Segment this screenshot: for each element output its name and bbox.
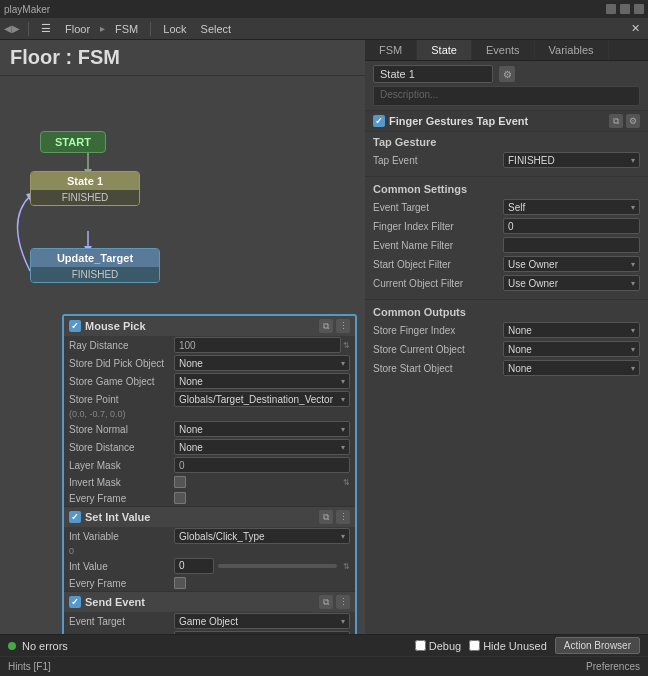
start-state-node[interactable]: START [40, 131, 106, 153]
status-dot [8, 642, 16, 650]
cs-current-obj-label: Current Object Filter [373, 278, 503, 289]
preferences-label[interactable]: Preferences [586, 661, 640, 672]
store-game-object-value[interactable]: None ▾ [174, 373, 350, 389]
state-gear-button[interactable]: ⚙ [499, 66, 515, 82]
invert-mask-checkbox[interactable] [174, 476, 186, 488]
common-settings-title: Common Settings [373, 183, 640, 195]
hide-unused-checkbox[interactable] [469, 640, 480, 651]
mouse-pick-header[interactable]: ✓ Mouse Pick ⧉ ⋮ [64, 316, 355, 336]
toolbar: ◀▶ ☰ Floor ▸ FSM Lock Select ✕ [0, 18, 648, 40]
start-node-label: START [55, 136, 91, 148]
every-frame-2-checkbox[interactable] [174, 577, 186, 589]
fsm-canvas[interactable]: START State 1 FINISHED Update_Target FIN… [0, 76, 365, 634]
mouse-pick-label: Mouse Pick [85, 320, 146, 332]
close-button[interactable] [634, 4, 644, 14]
action-browser-button[interactable]: Action Browser [555, 637, 640, 654]
state1-node[interactable]: State 1 FINISHED [30, 171, 140, 206]
cs-finger-index-value[interactable]: 0 [503, 218, 640, 234]
co-current-obj-value[interactable]: None ▾ [503, 341, 640, 357]
nav-arrows[interactable]: ◀▶ [4, 23, 20, 34]
set-int-header[interactable]: ✓ Set Int Value ⧉ ⋮ [64, 507, 355, 527]
fsm-title: Floor : FSM [0, 40, 365, 76]
tab-events[interactable]: Events [472, 40, 535, 60]
update-target-node[interactable]: Update_Target FINISHED [30, 248, 160, 283]
layer-mask-value[interactable]: 0 [174, 457, 350, 473]
send-event-menu-btn[interactable]: ⋮ [336, 595, 350, 609]
toolbar-fsm[interactable]: FSM [111, 21, 142, 37]
co-start-obj-value[interactable]: None ▾ [503, 360, 640, 376]
dropdown-arrow-1: ▾ [341, 359, 345, 368]
hints-label[interactable]: Hints [F1] [8, 661, 51, 672]
mouse-pick-menu-btn[interactable]: ⋮ [336, 319, 350, 333]
cs-event-target-value[interactable]: Self ▾ [503, 199, 640, 215]
every-frame-2-row: Every Frame [64, 575, 355, 591]
store-point-row: Store Point Globals/Target_Destination_V… [64, 390, 355, 408]
store-distance-row: Store Distance None ▾ [64, 438, 355, 456]
store-normal-value[interactable]: None ▾ [174, 421, 350, 437]
send-event-checkbox[interactable]: ✓ [69, 596, 81, 608]
int-value-input[interactable]: 0 [174, 558, 214, 574]
fg-copy-btn[interactable]: ⧉ [609, 114, 623, 128]
mouse-pick-checkbox[interactable]: ✓ [69, 320, 81, 332]
toolbar-floor[interactable]: Floor [61, 21, 94, 37]
store-distance-value[interactable]: None ▾ [174, 439, 350, 455]
int-value-slider[interactable] [218, 564, 337, 568]
state-name-field[interactable]: State 1 [373, 65, 493, 83]
int-variable-value[interactable]: Globals/Click_Type ▾ [174, 528, 350, 544]
minimize-button[interactable] [606, 4, 616, 14]
set-int-checkbox[interactable]: ✓ [69, 511, 81, 523]
ray-distance-value[interactable]: 100 [174, 337, 341, 353]
tap-event-value[interactable]: FINISHED ▾ [503, 152, 640, 168]
set-int-menu-btn[interactable]: ⋮ [336, 510, 350, 524]
cs-start-obj-row: Start Object Filter Use Owner ▾ [373, 255, 640, 273]
co-finger-index-value[interactable]: None ▾ [503, 322, 640, 338]
hide-unused-label[interactable]: Hide Unused [469, 640, 547, 652]
right-panel: FSM State Events Variables State 1 ⚙ Des… [365, 40, 648, 634]
tab-fsm[interactable]: FSM [365, 40, 417, 60]
store-point-value[interactable]: Globals/Target_Destination_Vector ▾ [174, 391, 350, 407]
cs-event-target-label: Event Target [373, 202, 503, 213]
common-settings-section: Common Settings Event Target Self ▾ Fing… [365, 179, 648, 297]
debug-label[interactable]: Debug [415, 640, 461, 652]
every-frame-1-row: Every Frame [64, 490, 355, 506]
mouse-pick-title-area: ✓ Mouse Pick [69, 320, 146, 332]
set-int-copy-btn[interactable]: ⧉ [319, 510, 333, 524]
tap-event-label: Tap Event [373, 155, 503, 166]
common-outputs-title: Common Outputs [373, 306, 640, 318]
cs-current-obj-row: Current Object Filter Use Owner ▾ [373, 274, 640, 292]
send-event-header[interactable]: ✓ Send Event ⧉ ⋮ [64, 592, 355, 612]
co-finger-index-label: Store Finger Index [373, 325, 503, 336]
maximize-button[interactable] [620, 4, 630, 14]
cs-start-obj-value[interactable]: Use Owner ▾ [503, 256, 640, 272]
set-int-title-area: ✓ Set Int Value [69, 511, 150, 523]
cs-arrow-1: ▾ [631, 203, 635, 212]
send-event-copy-btn[interactable]: ⧉ [319, 595, 333, 609]
description-field[interactable]: Description... [373, 86, 640, 106]
int-scroll-icon: ⇅ [343, 562, 350, 571]
tab-variables[interactable]: Variables [535, 40, 609, 60]
gameobject-value[interactable]: Specify Game Object ▾ [174, 631, 350, 634]
dropdown-arrow-2: ▾ [341, 377, 345, 386]
event-target-row: Event Target Game Object ▾ [64, 612, 355, 630]
action-section-title: ✓ Finger Gestures Tap Event [373, 115, 528, 127]
event-target-value[interactable]: Game Object ▾ [174, 613, 350, 629]
right-scroll-area[interactable]: Tap Gesture Tap Event FINISHED ▾ Common … [365, 132, 648, 634]
store-did-pick-value[interactable]: None ▾ [174, 355, 350, 371]
toolbar-select[interactable]: Select [197, 21, 236, 37]
toolbar-menu-icon[interactable]: ☰ [37, 20, 55, 37]
fg-menu-btn[interactable]: ⚙ [626, 114, 640, 128]
invert-mask-label: Invert Mask [69, 477, 174, 488]
cs-current-obj-value[interactable]: Use Owner ▾ [503, 275, 640, 291]
window-controls [606, 4, 644, 14]
bottom-bar: No errors Debug Hide Unused Action Brows… [0, 634, 648, 656]
toolbar-lock[interactable]: Lock [159, 21, 190, 37]
debug-checkbox[interactable] [415, 640, 426, 651]
tab-state[interactable]: State [417, 40, 472, 60]
status-text: No errors [22, 640, 68, 652]
mouse-pick-copy-btn[interactable]: ⧉ [319, 319, 333, 333]
fg-enabled-checkbox[interactable]: ✓ [373, 115, 385, 127]
every-frame-1-checkbox[interactable] [174, 492, 186, 504]
int-value-row: Int Value 0 ⇅ [64, 557, 355, 575]
toolbar-close[interactable]: ✕ [627, 20, 644, 37]
cs-event-name-value[interactable] [503, 237, 640, 253]
